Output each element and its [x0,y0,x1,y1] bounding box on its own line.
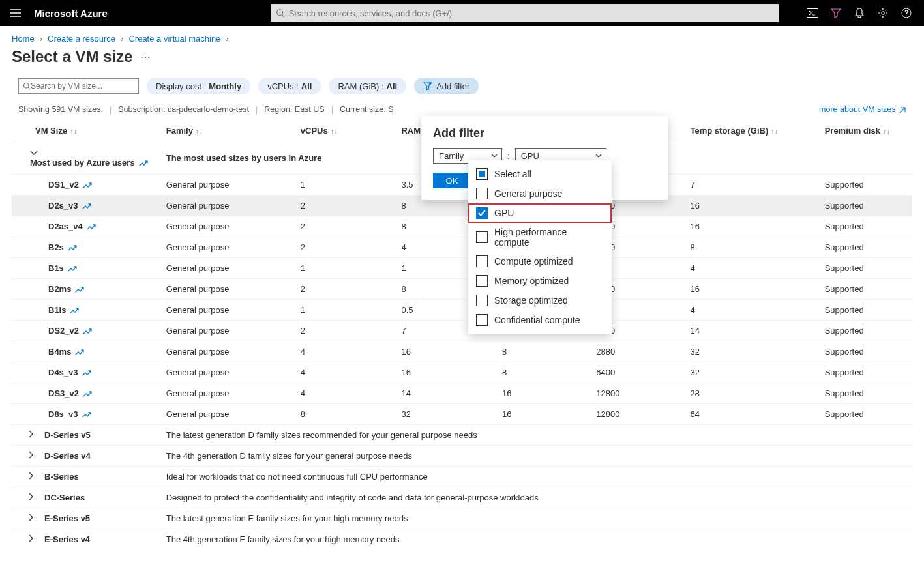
vm-count-label: Showing 591 VM sizes. [18,105,103,114]
cell-temp: 32 [684,341,818,362]
table-group-header[interactable]: E-Series v5 The latest generation E fami… [12,508,912,529]
cell-iops: 12800 [589,383,683,404]
table-row[interactable]: B1ls General purpose 1 0.5 2 160 4 Suppo… [12,300,912,321]
more-actions-icon[interactable]: ⋯ [140,51,151,63]
dropdown-option-label: Storage optimized [494,295,568,306]
chevron-right-icon: › [121,34,123,44]
cell-premium: Supported [818,175,912,196]
dropdown-option-label: Memory optimized [494,276,569,286]
breadcrumb-item[interactable]: Create a virtual machine [128,34,220,44]
trending-icon [83,390,92,397]
chevron-down-icon [595,154,602,158]
dropdown-option[interactable]: Memory optimized [468,271,612,291]
help-icon[interactable] [901,7,912,19]
table-row[interactable]: D2as_v4 General purpose 2 8 4 3200 16 Su… [12,216,912,237]
chevron-right-icon [29,451,38,459]
table-group-header[interactable]: E-Series v4 The 4th generation E family … [12,529,912,550]
cell-datadisks: 8 [496,362,589,383]
azure-brand[interactable]: Microsoft Azure [34,8,108,19]
vm-name: B2ms [48,284,84,294]
dropdown-option-label: General purpose [494,188,562,199]
chevron-right-icon [29,493,38,500]
col-header-family[interactable]: Family↑↓ [160,121,294,141]
col-header-premium[interactable]: Premium disk↑↓ [818,121,912,141]
cell-temp: 64 [684,404,818,425]
colon-separator: : [507,151,510,161]
hamburger-icon[interactable] [5,0,26,26]
cell-iops: 6400 [589,362,683,383]
filter-ok-button[interactable]: OK [433,173,471,188]
table-row[interactable]: B4ms General purpose 4 16 8 2880 32 Supp… [12,341,912,362]
vm-size-search[interactable] [18,78,139,94]
notifications-icon[interactable] [854,7,865,19]
checkbox-icon [476,188,488,199]
breadcrumb-item[interactable]: Create a resource [48,34,115,44]
cell-family: General purpose [160,321,294,341]
cell-vcpus: 1 [294,258,395,279]
learn-more-link[interactable]: more about VM sizes [819,105,906,114]
cell-premium: Supported [818,279,912,300]
checkbox-icon [476,231,488,243]
table-row[interactable]: D4s_v3 General purpose 4 16 8 6400 32 Su… [12,362,912,383]
cell-temp: 16 [684,196,818,216]
table-row[interactable]: DS3_v2 General purpose 4 14 16 12800 28 … [12,383,912,404]
cell-vcpus: 4 [294,362,395,383]
cell-premium: Supported [818,216,912,237]
vm-name: DS2_v2 [48,326,92,336]
table-row[interactable]: B2s General purpose 2 4 4 1280 8 Support… [12,237,912,258]
cell-datadisks: 16 [496,383,589,404]
add-filter-button[interactable]: Add filter [414,78,479,94]
dropdown-option[interactable]: Compute optimized [468,252,612,271]
cell-premium: Supported [818,196,912,216]
filter-pill-ram[interactable]: RAM (GiB) :All [329,78,406,94]
cloud-shell-icon[interactable] [807,7,818,19]
vm-name: D2s_v3 [48,201,91,210]
global-search[interactable] [271,4,779,22]
breadcrumb: Home › Create a resource › Create a virt… [0,26,924,48]
table-row[interactable]: DS2_v2 General purpose 2 7 8 6400 14 Sup… [12,321,912,341]
directory-filter-icon[interactable] [830,7,842,19]
trending-icon [83,182,92,188]
gear-icon[interactable] [877,7,889,19]
dropdown-option[interactable]: Select all [468,164,612,184]
table-group-header[interactable]: B-Series Ideal for workloads that do not… [12,467,912,487]
vm-name: B1ls [48,305,79,315]
cell-premium: Supported [818,404,912,425]
dropdown-option[interactable]: General purpose [468,184,612,203]
checkbox-icon [476,207,488,219]
svg-rect-1 [807,9,818,18]
dropdown-option[interactable]: GPU [468,203,612,223]
dropdown-option[interactable]: Confidential compute [468,310,612,330]
vm-size-search-input[interactable] [31,81,134,91]
subscription-label: Subscription: ca-pdecarlo-demo-test [118,105,249,114]
cell-vcpus: 4 [294,383,395,404]
cell-vcpus: 8 [294,404,395,425]
table-row[interactable]: D8s_v3 General purpose 8 32 16 12800 64 … [12,404,912,425]
dropdown-option[interactable]: Storage optimized [468,291,612,310]
dropdown-option-label: Select all [494,169,531,179]
col-header-vcpus[interactable]: vCPUs↑↓ [294,121,395,141]
current-size-label: Current size: S [340,105,394,114]
filter-pill-vcpus[interactable]: vCPUs :All [258,78,321,94]
global-search-input[interactable] [289,8,774,18]
cell-temp: 8 [684,237,818,258]
table-group-header[interactable]: D-Series v4 The 4th generation D family … [12,446,912,467]
cell-vcpus: 2 [294,321,395,341]
cell-premium: Supported [818,383,912,404]
breadcrumb-item[interactable]: Home [12,34,35,44]
col-header-temp[interactable]: Temp storage (GiB)↑↓ [684,121,818,141]
table-group-header[interactable]: DC-Series Designed to protect the confid… [12,487,912,508]
filter-pill-cost[interactable]: Display cost :Monthly [147,78,250,94]
cell-family: General purpose [160,404,294,425]
table-row[interactable]: B2ms General purpose 2 8 4 1920 16 Suppo… [12,279,912,300]
checkbox-icon [476,168,488,180]
cell-ram: 14 [395,383,496,404]
table-group-header[interactable]: D-Series v5 The latest generation D fami… [12,425,912,446]
dropdown-option[interactable]: High performance compute [468,223,612,252]
cell-ram: 16 [395,362,496,383]
table-row[interactable]: B1s General purpose 1 1 2 320 4 Supporte… [12,258,912,279]
col-header-vmsize[interactable]: VM Size↑↓ [12,121,160,141]
chevron-right-icon [29,472,38,480]
cell-family: General purpose [160,341,294,362]
vm-name: D8s_v3 [48,409,91,419]
